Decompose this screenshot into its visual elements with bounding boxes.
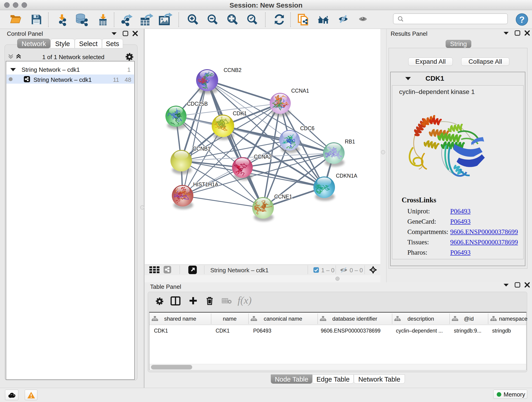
svg-text:CCNA1: CCNA1 (291, 88, 309, 94)
svg-text:RB1: RB1 (345, 139, 355, 145)
svg-text:HIST1H1A: HIST1H1A (193, 182, 219, 187)
svg-text:CCNB2: CCNB2 (224, 67, 241, 73)
svg-text:CCNB1: CCNB1 (193, 146, 210, 152)
svg-text:CCNA2: CCNA2 (254, 154, 272, 160)
svg-text:CDKN1A: CDKN1A (336, 173, 357, 179)
svg-text:CCNE1: CCNE1 (274, 194, 292, 200)
svg-text:CDC25B: CDC25B (187, 101, 208, 107)
svg-text:CDK1: CDK1 (233, 110, 247, 116)
svg-text:?: ? (519, 15, 525, 25)
svg-text:CDC6: CDC6 (300, 125, 315, 131)
